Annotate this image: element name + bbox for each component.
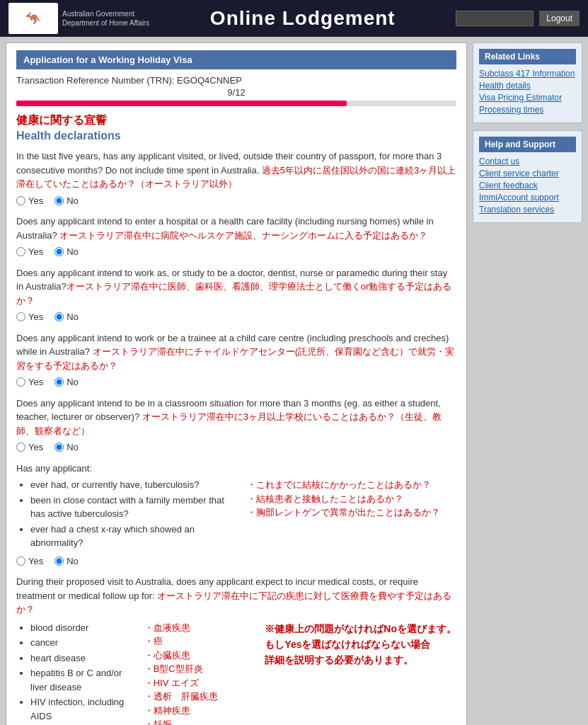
sidebar-link-client-feedback[interactable]: Client feedback (479, 181, 576, 190)
help-support-title: Help and Support (479, 137, 576, 152)
tb-item-3-en: ever had a chest x-ray which showed an a… (30, 523, 240, 550)
gov-logo-text: Australian GovernmentDepartment of Home … (62, 9, 149, 28)
conditions-list-en: blood disorder cancer heart disease hepa… (30, 621, 137, 726)
sidebar-link-translation[interactable]: Translation services (479, 205, 576, 215)
tb-yes-label[interactable]: Yes (16, 554, 43, 569)
question-3: Does any applicant intend to work as, or… (16, 266, 456, 324)
question-2: Does any applicant intend to enter a hos… (16, 215, 456, 259)
cond-1-en: blood disorder (30, 621, 137, 635)
question-1: In the last five years, has any applican… (16, 149, 456, 207)
cond-8-jp: ・妊娠 (144, 717, 251, 725)
q4-no-radio[interactable] (54, 377, 64, 387)
sidebar-link-subclass[interactable]: Subclass 417 Information (479, 69, 576, 79)
logout-button[interactable]: Logout (539, 11, 580, 26)
q2-no-label[interactable]: No (54, 245, 79, 259)
tb-no-label[interactable]: No (54, 554, 79, 569)
q1-no-radio[interactable] (54, 196, 64, 205)
q2-no-radio[interactable] (54, 247, 64, 256)
page-number: 9/12 (16, 87, 456, 98)
header-search-input[interactable] (456, 11, 534, 26)
tb-no-radio[interactable] (54, 556, 64, 566)
q4-no-label[interactable]: No (54, 375, 79, 389)
tb-item-3-jp: ・胸部レントゲンで異常が出たことはあるか？ (247, 506, 456, 520)
q4-yes-label[interactable]: Yes (16, 375, 43, 389)
tb-item-1-jp: ・これまでに結核にかかったことはあるか？ (247, 478, 456, 492)
question-5: Does any applicant intend to be in a cla… (16, 396, 456, 455)
trn-line: Transaction Reference Number (TRN): EGOQ… (16, 75, 456, 86)
q1-no-label[interactable]: No (54, 194, 79, 208)
cond-7-jp: ・精神疾患 (144, 704, 251, 718)
tb-item-1-en: ever had, or currently have, tuberculosi… (30, 478, 240, 492)
medical-note: ※健康上の問題がなければNoを選びます。 もしYesを選ばなければならない場合 … (265, 621, 456, 726)
tuberculosis-section: Has any applicant: ever had, or currentl… (16, 462, 456, 569)
sidebar-link-visa-pricing[interactable]: Visa Pricing Estimator (479, 93, 576, 103)
site-title: Online Lodgement (210, 7, 396, 30)
cond-4-en: hepatitis B or C and/or liver disease (30, 666, 137, 694)
cond-5-jp: ・HIV エイズ (144, 676, 251, 690)
progress-bar-fill (16, 101, 347, 106)
cond-4-jp: ・B型C型肝炎 (144, 662, 251, 676)
q5-no-radio[interactable] (54, 443, 64, 452)
cond-5-en: HIV infection, including AIDS (30, 695, 137, 723)
q3-yes-radio[interactable] (16, 312, 25, 321)
q5-no-label[interactable]: No (54, 440, 79, 455)
sidebar: Related Links Subclass 417 Information H… (473, 42, 582, 725)
question-4: Does any applicant intend to work or be … (16, 331, 456, 389)
progress-bar (16, 101, 456, 106)
q3-jp: オーストラリア滞在中に医師、歯科医、看護師、理学療法士として働くor勉強する予定… (16, 281, 451, 306)
help-support-box: Help and Support Contact us Client servi… (473, 130, 582, 223)
tb-yes-radio[interactable] (16, 556, 25, 566)
cond-2-jp: ・癌 (144, 634, 251, 649)
q3-no-label[interactable]: No (54, 310, 79, 324)
q3-yes-label[interactable]: Yes (16, 310, 43, 324)
tb-item-2-jp: ・結核患者と接触したことはあるか？ (247, 492, 456, 506)
cond-3-jp: ・心臓疾患 (144, 649, 251, 663)
q4-yes-radio[interactable] (16, 377, 25, 387)
conditions-list-jp: ・血液疾患 ・癌 ・心臓疾患 ・B型C型肝炎 ・HIV エイズ ・透析 肝臓疾患… (144, 621, 251, 726)
cond-2-en: cancer (30, 636, 137, 650)
sidebar-link-health[interactable]: Health details (479, 81, 576, 91)
q1-yes-radio[interactable] (16, 196, 25, 205)
q2-yes-radio[interactable] (16, 247, 25, 256)
q2-yes-label[interactable]: Yes (16, 245, 43, 259)
q3-no-radio[interactable] (54, 312, 64, 321)
section-heading-jp: 健康に関する宣誓 (16, 113, 456, 128)
sidebar-link-contact[interactable]: Contact us (479, 156, 576, 166)
app-title: Application for a Working Holiday Visa (16, 50, 456, 69)
section-heading-en: Health declarations (16, 130, 456, 142)
tuberculosis-list-en: ever had, or currently have, tuberculosi… (30, 478, 240, 552)
medical-costs-section: During their proposed visit to Australia… (16, 575, 456, 725)
cond-6-jp: ・透析 肝臓疾患 (144, 690, 251, 704)
tb-item-2-en: been in close contact with a family memb… (30, 493, 240, 521)
sidebar-link-client-charter[interactable]: Client service charter (479, 169, 576, 178)
q5-yes-label[interactable]: Yes (16, 440, 43, 455)
related-links-title: Related Links (479, 49, 576, 64)
related-links-box: Related Links Subclass 417 Information H… (473, 42, 582, 123)
tuberculosis-list-jp: ・これまでに結核にかかったことはあるか？ ・結核患者と接触したことはあるか？ ・… (247, 478, 456, 552)
q2-jp: オーストラリア滞在中に病院やヘルスケア施設、ナーシングホームに入る予定はあるか？ (59, 230, 427, 241)
sidebar-link-processing[interactable]: Processing times (479, 105, 576, 115)
q5-yes-radio[interactable] (16, 443, 25, 452)
cond-3-en: heart disease (30, 651, 137, 666)
sidebar-link-immi[interactable]: ImmiAccount support (479, 193, 576, 202)
tuberculosis-heading: Has any applicant: (16, 462, 456, 476)
cond-1-jp: ・血液疾患 (144, 621, 251, 635)
q1-yes-label[interactable]: Yes (16, 194, 43, 208)
